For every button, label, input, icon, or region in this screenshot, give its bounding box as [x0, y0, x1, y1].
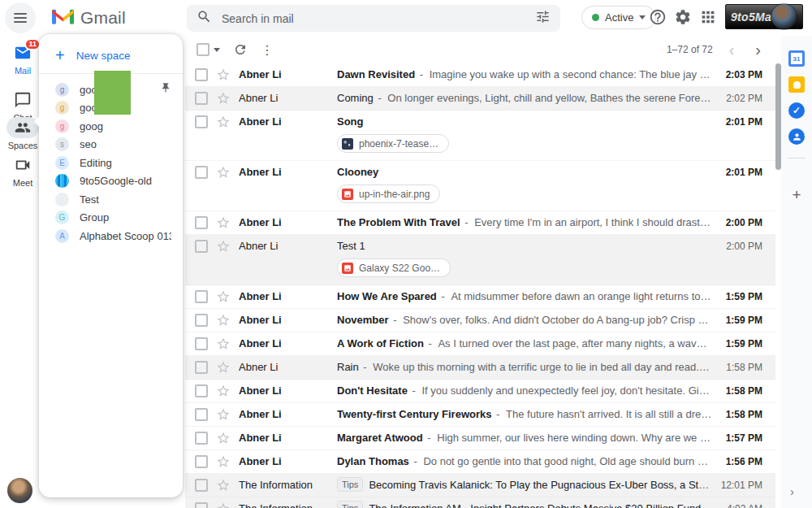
email-snippet: As I turned over the last page, after ma… [438, 337, 712, 350]
email-row[interactable]: The InformationTipsBecoming Travis Kalan… [185, 474, 775, 497]
space-item[interactable]: Test [39, 190, 183, 209]
email-main: Margaret Atwood - High summer, our lives… [337, 427, 712, 449]
email-row[interactable]: Abner LiThe Problem With Travel - Every … [185, 211, 775, 235]
select-options-caret[interactable] [214, 48, 220, 52]
contacts-icon[interactable] [788, 128, 805, 145]
star-icon[interactable] [216, 289, 231, 304]
email-row[interactable]: Abner LiHow We Are Spared - At midsummer… [185, 285, 775, 309]
star-icon[interactable] [216, 165, 231, 180]
email-row[interactable]: Abner LiRain - Woke up this morning with… [185, 356, 775, 380]
star-icon[interactable] [216, 313, 231, 328]
star-icon[interactable] [216, 478, 231, 493]
row-checkbox[interactable] [195, 166, 208, 179]
tasks-icon[interactable]: ✓ [788, 102, 805, 119]
more-options-button[interactable]: ⋮ [261, 42, 274, 58]
space-item[interactable]: GGroup [39, 209, 183, 228]
row-checkbox[interactable] [195, 337, 208, 350]
row-checkbox[interactable] [195, 384, 208, 397]
keep-icon[interactable] [788, 76, 805, 93]
row-checkbox[interactable] [195, 432, 208, 445]
email-row[interactable]: Abner LiTwenty-first Century Fireworks -… [185, 403, 775, 427]
email-subject-line: The Problem With Travel - Every time I'm… [337, 211, 712, 234]
star-icon[interactable] [216, 384, 231, 398]
email-row[interactable]: Abner LiDylan Thomas - Do not go gentle … [185, 450, 775, 474]
select-all-checkbox[interactable] [197, 43, 209, 56]
row-checkbox[interactable] [195, 408, 208, 421]
search-input[interactable] [222, 12, 535, 25]
newer-page-button[interactable]: ‹ [724, 41, 740, 58]
search-bar[interactable] [187, 5, 560, 32]
space-item[interactable]: 9to5Google-old [39, 172, 183, 191]
email-main: How We Are Spared - At midsummer before … [337, 285, 712, 308]
email-row[interactable]: Abner LiDon't Hesitate - If you suddenly… [185, 380, 775, 403]
email-main: Clooneyup-in-the-air.png [337, 161, 712, 211]
star-icon[interactable] [216, 407, 231, 422]
row-checkbox[interactable] [195, 479, 208, 492]
status-dropdown[interactable]: Active [581, 6, 656, 29]
search-options-icon[interactable] [535, 9, 551, 28]
email-sender: Abner Li [239, 63, 337, 86]
apps-grid-button[interactable] [699, 8, 719, 28]
star-icon[interactable] [216, 431, 231, 445]
email-time: 2:01 PM [712, 161, 775, 184]
star-icon[interactable] [216, 215, 231, 230]
star-icon[interactable] [216, 67, 231, 82]
row-checkbox[interactable] [195, 68, 208, 81]
row-checkbox[interactable] [195, 455, 208, 468]
list-scrollbar[interactable] [775, 63, 781, 170]
hide-panel-chevron[interactable]: › [790, 484, 794, 498]
row-checkbox[interactable] [195, 314, 208, 327]
older-page-button[interactable]: › [750, 41, 766, 58]
star-icon[interactable] [216, 454, 231, 469]
calendar-icon[interactable]: 31 [788, 50, 805, 67]
email-row[interactable]: Abner LiClooneyup-in-the-air.png2:01 PM [185, 161, 775, 211]
email-row[interactable]: Abner LiA Work of Fiction - As I turned … [185, 332, 775, 356]
row-checkbox[interactable] [195, 290, 208, 303]
account-avatar[interactable] [771, 4, 797, 29]
category-badge: Tips [337, 477, 363, 492]
refresh-button[interactable] [233, 42, 248, 57]
attachment-chip[interactable]: phoenix-7-tease… [337, 134, 449, 153]
email-sender: Abner Li [239, 332, 337, 355]
row-checkbox[interactable] [195, 115, 208, 128]
row-checkbox[interactable] [195, 92, 208, 105]
email-row[interactable]: Abner LiMargaret Atwood - High summer, o… [185, 427, 775, 450]
new-space-button[interactable]: + New space [39, 34, 183, 73]
header: Gmail Active 9to5Mac [0, 0, 812, 36]
email-time: 2:03 PM [712, 63, 775, 86]
email-row[interactable]: Abner LiSongphoenix-7-tease…2:01 PM [185, 111, 775, 161]
active-status-dot [592, 14, 599, 21]
attachment-chip[interactable]: Galaxy S22 Goo… [337, 258, 451, 277]
profile-avatar[interactable] [7, 478, 32, 503]
star-icon[interactable] [216, 239, 231, 254]
star-icon[interactable] [216, 115, 231, 129]
star-icon[interactable] [216, 91, 231, 106]
space-item[interactable]: AAlphabet Scoop 013 [39, 227, 183, 245]
email-sender: The Information [239, 497, 337, 508]
settings-gear-button[interactable] [674, 8, 693, 28]
row-checkbox[interactable] [195, 361, 208, 374]
email-row[interactable]: Abner LiComing - On longer evenings, Lig… [185, 87, 775, 111]
space-avatar: s [55, 137, 69, 151]
email-row[interactable]: Abner LiNovember - Show's over, folks. A… [185, 309, 775, 332]
row-checkbox[interactable] [195, 502, 208, 508]
star-icon[interactable] [216, 360, 231, 375]
row-checkbox[interactable] [195, 240, 208, 253]
star-icon[interactable] [216, 336, 231, 351]
space-item[interactable]: sseo [39, 136, 183, 154]
main-menu-button[interactable] [5, 2, 36, 33]
add-addons-button[interactable]: + [788, 187, 805, 203]
help-button[interactable] [649, 8, 668, 28]
email-subject: November [337, 314, 389, 326]
email-row[interactable]: Abner LiDawn Revisited - Imagine you wak… [185, 63, 775, 87]
email-sender: Abner Li [239, 161, 337, 184]
space-item[interactable]: ggoog [39, 117, 183, 136]
row-checkbox[interactable] [195, 216, 208, 229]
image-file-icon [342, 189, 353, 200]
attachment-chip[interactable]: up-in-the-air.png [337, 185, 440, 203]
space-item[interactable]: EEditing [39, 154, 183, 172]
star-icon[interactable] [216, 501, 231, 508]
email-row[interactable]: The InformationTipsThe Information AM - … [185, 497, 775, 508]
email-main: Dylan Thomas - Do not go gentle into tha… [337, 450, 712, 473]
email-row[interactable]: Abner LiTest 1Galaxy S22 Goo…2:00 PM [185, 235, 775, 285]
